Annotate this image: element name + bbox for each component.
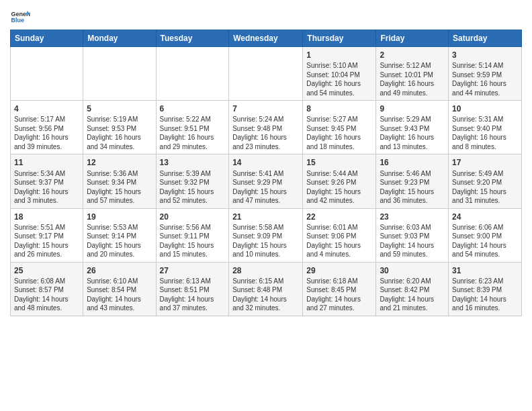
day-info: Daylight: 15 hours — [160, 242, 214, 249]
logo-icon: General Blue — [10, 7, 30, 27]
day-number: 3 — [452, 50, 518, 60]
svg-text:Blue: Blue — [11, 17, 25, 24]
day-info: Daylight: 14 hours — [452, 295, 506, 303]
day-info: Sunrise: 5:36 AM — [87, 170, 138, 177]
day-info: Daylight: 15 hours — [87, 242, 141, 249]
day-info: Daylight: 15 hours — [380, 188, 434, 195]
calendar-header: SundayMondayTuesdayWednesdayThursdayFrid… — [11, 30, 522, 47]
day-info: and 44 minutes. — [452, 89, 500, 97]
calendar-cell: 12Sunrise: 5:36 AMSunset: 9:34 PMDayligh… — [83, 154, 156, 208]
day-info: Sunrise: 5:53 AM — [87, 224, 138, 231]
calendar-cell: 22Sunrise: 6:01 AMSunset: 9:06 PMDayligh… — [303, 208, 376, 262]
day-info: Sunset: 9:11 PM — [160, 232, 210, 240]
day-info: Sunset: 9:45 PM — [306, 125, 356, 132]
day-info: and 54 minutes. — [306, 89, 354, 97]
calendar-cell: 1Sunrise: 5:10 AMSunset: 10:04 PMDayligh… — [303, 47, 376, 101]
day-number: 28 — [232, 265, 299, 276]
day-info: Daylight: 16 hours — [306, 80, 361, 87]
day-number: 9 — [380, 103, 445, 114]
day-info: and 59 minutes. — [380, 250, 427, 258]
day-info: Sunset: 9:09 PM — [232, 232, 282, 240]
day-number: 20 — [160, 212, 226, 222]
calendar-cell: 28Sunrise: 6:15 AMSunset: 8:48 PMDayligh… — [229, 262, 303, 316]
day-number: 4 — [14, 103, 79, 114]
day-number: 5 — [87, 103, 152, 114]
day-info: Sunset: 8:45 PM — [306, 286, 356, 293]
day-info: Sunrise: 5:12 AM — [380, 62, 431, 69]
day-number: 29 — [306, 265, 372, 276]
day-info: Daylight: 16 hours — [452, 134, 506, 141]
day-number: 26 — [87, 265, 152, 276]
day-number: 25 — [14, 265, 79, 276]
calendar-cell: 8Sunrise: 5:27 AMSunset: 9:45 PMDaylight… — [303, 101, 376, 154]
page-header: General Blue — [10, 7, 522, 27]
calendar-cell: 31Sunrise: 6:23 AMSunset: 8:39 PMDayligh… — [449, 262, 522, 316]
day-info: and 36 minutes. — [380, 197, 427, 204]
calendar-cell: 27Sunrise: 6:13 AMSunset: 8:51 PMDayligh… — [156, 262, 229, 316]
day-number: 2 — [380, 50, 445, 60]
day-info: Sunrise: 5:22 AM — [160, 116, 211, 123]
day-info: Sunset: 8:54 PM — [87, 286, 136, 293]
day-info: Sunset: 8:51 PM — [160, 286, 210, 293]
day-info: Sunrise: 6:03 AM — [380, 224, 431, 231]
day-number: 15 — [306, 157, 372, 168]
calendar-cell: 21Sunrise: 5:58 AMSunset: 9:09 PMDayligh… — [229, 208, 303, 262]
day-info: Daylight: 14 hours — [306, 295, 361, 303]
day-info: and 23 minutes. — [232, 143, 280, 150]
day-info: Sunrise: 5:39 AM — [160, 170, 211, 177]
calendar-cell: 24Sunrise: 6:06 AMSunset: 9:00 PMDayligh… — [449, 208, 522, 262]
day-info: Daylight: 14 hours — [452, 242, 506, 249]
day-number: 12 — [87, 157, 152, 168]
calendar-cell: 14Sunrise: 5:41 AMSunset: 9:29 PMDayligh… — [229, 154, 303, 208]
day-number: 23 — [380, 212, 445, 222]
day-number: 22 — [306, 212, 372, 222]
day-info: Daylight: 15 hours — [14, 242, 69, 249]
calendar-cell: 2Sunrise: 5:12 AMSunset: 10:01 PMDayligh… — [376, 47, 449, 101]
day-info: Sunset: 9:14 PM — [87, 232, 136, 240]
day-info: Sunset: 9:00 PM — [452, 232, 502, 240]
day-info: Daylight: 15 hours — [306, 188, 361, 195]
day-info: Sunset: 10:01 PM — [380, 71, 433, 79]
weekday-header: Saturday — [449, 30, 522, 47]
day-info: Sunset: 9:40 PM — [452, 125, 502, 132]
day-info: Sunset: 9:48 PM — [232, 125, 282, 132]
day-info: and 54 minutes. — [452, 250, 500, 258]
day-info: Daylight: 15 hours — [306, 242, 361, 249]
day-info: Sunset: 9:56 PM — [14, 125, 64, 132]
day-info: and 57 minutes. — [87, 197, 134, 204]
calendar-cell: 6Sunrise: 5:22 AMSunset: 9:51 PMDaylight… — [156, 101, 229, 154]
calendar-cell: 25Sunrise: 6:08 AMSunset: 8:57 PMDayligh… — [11, 262, 83, 316]
day-info: and 43 minutes. — [87, 304, 134, 312]
day-info: and 3 minutes. — [14, 197, 58, 204]
calendar-cell: 5Sunrise: 5:19 AMSunset: 9:53 PMDaylight… — [83, 101, 156, 154]
day-info: and 27 minutes. — [306, 304, 354, 312]
calendar-cell: 9Sunrise: 5:29 AMSunset: 9:43 PMDaylight… — [376, 101, 449, 154]
calendar-cell — [83, 47, 156, 101]
logo: General Blue — [10, 7, 30, 27]
day-info: Sunset: 8:42 PM — [380, 286, 429, 293]
day-info: Sunrise: 6:13 AM — [160, 277, 211, 285]
day-info: and 15 minutes. — [160, 250, 208, 258]
calendar-cell: 10Sunrise: 5:31 AMSunset: 9:40 PMDayligh… — [449, 101, 522, 154]
day-info: Sunrise: 5:58 AM — [232, 224, 283, 231]
day-info: Daylight: 16 hours — [14, 134, 69, 141]
day-info: Sunrise: 6:01 AM — [306, 224, 357, 231]
weekday-header: Monday — [83, 30, 156, 47]
day-number: 27 — [160, 265, 226, 276]
day-number: 6 — [160, 103, 226, 114]
day-number: 19 — [87, 212, 152, 222]
day-info: Sunset: 9:34 PM — [87, 179, 136, 186]
day-info: Sunrise: 5:56 AM — [160, 224, 211, 231]
day-info: and 47 minutes. — [232, 197, 280, 204]
day-info: Daylight: 16 hours — [87, 134, 141, 141]
day-info: Sunset: 9:59 PM — [452, 71, 502, 79]
day-info: Daylight: 16 hours — [452, 80, 506, 87]
day-info: Sunset: 9:03 PM — [380, 232, 429, 240]
day-info: and 16 minutes. — [452, 304, 500, 312]
day-info: Sunrise: 6:08 AM — [14, 277, 65, 285]
day-number: 13 — [160, 157, 226, 168]
day-number: 31 — [452, 265, 518, 276]
day-info: Daylight: 14 hours — [380, 242, 434, 249]
calendar-cell: 29Sunrise: 6:18 AMSunset: 8:45 PMDayligh… — [303, 262, 376, 316]
day-info: Daylight: 15 hours — [232, 242, 287, 249]
